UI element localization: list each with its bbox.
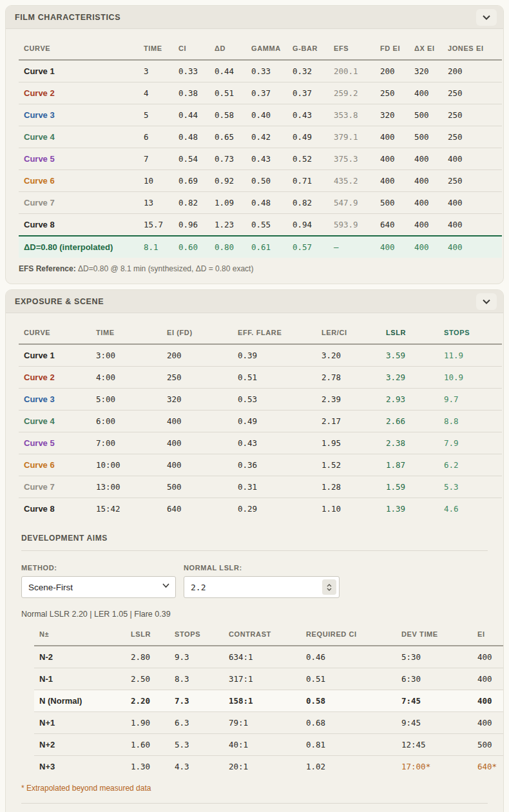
table-cell: 11.9	[439, 344, 502, 367]
table-cell: 0.55	[246, 214, 287, 237]
exposure-panel-header[interactable]: EXPOSURE & SCENE	[6, 290, 503, 313]
table-cell: 1.87	[381, 454, 439, 476]
column-header: ΔX EI	[409, 37, 443, 60]
table-row: Curve 24:002500.512.783.2910.9	[19, 367, 502, 389]
table-cell: –	[329, 236, 375, 258]
table-cell: 4.6	[439, 498, 502, 520]
table-cell: 3	[139, 60, 173, 82]
table-cell: 1.28	[316, 476, 381, 498]
normal-lslr-stepper[interactable]	[322, 579, 336, 595]
development-aims-heading: DEVELOPMENT AIMS	[21, 534, 488, 551]
table-cell: 0.51	[209, 82, 246, 104]
table-cell: 200	[375, 60, 409, 82]
table-cell: 12:45	[396, 734, 472, 756]
exposure-scene-table: CURVETIMEEI (FD)EFF. FLARELER/CILSLRSTOP…	[19, 321, 502, 519]
exposure-table-body: Curve 13:002000.393.203.5911.9Curve 24:0…	[19, 344, 502, 519]
row-label: Curve 1	[19, 344, 91, 367]
table-cell: 0.81	[301, 734, 396, 756]
table-cell: 634:1	[224, 646, 301, 668]
table-cell: 7:00	[91, 432, 162, 454]
film-table-body: Curve 130.330.440.330.32200.1200320200Cu…	[19, 60, 502, 236]
table-cell: 250	[443, 82, 502, 104]
table-cell: 500	[409, 104, 443, 126]
table-cell: 5.3	[439, 476, 502, 498]
table-cell: 0.33	[173, 60, 209, 82]
table-cell: 320	[409, 60, 443, 82]
table-cell: 400	[375, 148, 409, 170]
table-cell: 0.43	[246, 148, 287, 170]
table-cell: 0.42	[246, 126, 287, 148]
film-panel-header[interactable]: FILM CHARACTERISTICS	[6, 6, 503, 29]
table-cell: 500	[409, 126, 443, 148]
table-cell: 6.2	[439, 454, 502, 476]
film-characteristics-table: CURVETIMECIΔDGAMMAG-BAREFSFD EIΔX EIJONE…	[19, 37, 502, 258]
table-cell: 7.3	[169, 690, 224, 712]
table-cell: 0.92	[209, 170, 246, 192]
film-collapse-button[interactable]	[476, 9, 497, 26]
normal-lslr-input-wrap	[184, 576, 340, 598]
table-cell: 400	[409, 214, 443, 237]
table-cell: 400	[375, 170, 409, 192]
table-cell: 200	[162, 344, 233, 367]
table-cell: 435.2	[329, 170, 375, 192]
table-row: Curve 610:004000.361.521.876.2	[19, 454, 502, 476]
exposure-table-header-row: CURVETIMEEI (FD)EFF. FLARELER/CILSLRSTOP…	[19, 321, 502, 344]
table-cell: 6:30	[396, 668, 472, 690]
dev-table-body: N-22.809.3634:10.465:30400N-12.508.3317:…	[34, 646, 504, 777]
table-cell: 5	[139, 104, 173, 126]
table-cell: 0.68	[301, 712, 396, 734]
table-cell: 2.20	[126, 690, 169, 712]
row-label: N+1	[34, 712, 126, 734]
table-cell: 400	[409, 148, 443, 170]
table-cell: 1.09	[209, 192, 246, 214]
table-cell: 400	[375, 236, 409, 258]
row-label: Curve 5	[19, 148, 139, 170]
normal-summary-text: Normal LSLR 2.20 | LER 1.05 | Flare 0.39	[21, 610, 488, 619]
table-cell: 400	[443, 236, 502, 258]
table-cell: 0.82	[287, 192, 329, 214]
table-cell: 2.38	[381, 432, 439, 454]
row-label: N-2	[34, 646, 126, 668]
table-cell: 353.8	[329, 104, 375, 126]
table-cell: 8.8	[439, 411, 502, 432]
table-cell: 0.40	[246, 104, 287, 126]
table-row: Curve 35:003200.532.392.939.7	[19, 389, 502, 411]
table-cell: 0.31	[233, 476, 316, 498]
column-header: LSLR	[126, 623, 169, 646]
row-label: Curve 2	[19, 82, 139, 104]
table-cell: 0.60	[173, 236, 209, 258]
table-cell: 317:1	[224, 668, 301, 690]
table-cell: 10:00	[91, 454, 162, 476]
table-cell: 400	[472, 668, 504, 690]
table-cell: 1.59	[381, 476, 439, 498]
table-cell: 9:45	[396, 712, 472, 734]
exposure-collapse-button[interactable]	[476, 293, 497, 310]
table-row: Curve 46:004000.492.172.668.8	[19, 411, 502, 432]
table-cell: 593.9	[329, 214, 375, 237]
film-panel-title: FILM CHARACTERISTICS	[15, 13, 120, 22]
column-header: REQUIRED CI	[301, 623, 396, 646]
table-row: Curve 240.380.510.370.37259.2250400250	[19, 82, 502, 104]
column-header: TIME	[139, 37, 173, 60]
table-cell: 0.96	[173, 214, 209, 237]
table-cell: 2.78	[316, 367, 381, 389]
row-label: N (Normal)	[34, 690, 126, 712]
row-label: Curve 7	[19, 476, 91, 498]
table-cell: 6:00	[91, 411, 162, 432]
normal-lslr-input[interactable]	[184, 576, 340, 598]
column-header: G-BAR	[287, 37, 329, 60]
table-row: Curve 815.70.961.230.550.94593.964040040…	[19, 214, 502, 237]
table-cell: 0.33	[246, 60, 287, 82]
table-cell: 0.37	[246, 82, 287, 104]
row-label: Curve 4	[19, 411, 91, 432]
development-aims-form: METHOD: Scene-First NORMAL LSLR:	[21, 564, 488, 598]
table-cell: 0.44	[173, 104, 209, 126]
table-cell: 400	[162, 454, 233, 476]
table-cell: 6	[139, 126, 173, 148]
row-label: Curve 5	[19, 432, 91, 454]
table-cell: 320	[375, 104, 409, 126]
table-cell: 0.36	[233, 454, 316, 476]
table-cell: 20:1	[224, 756, 301, 778]
method-select[interactable]: Scene-First	[21, 576, 176, 598]
table-cell: 0.48	[246, 192, 287, 214]
